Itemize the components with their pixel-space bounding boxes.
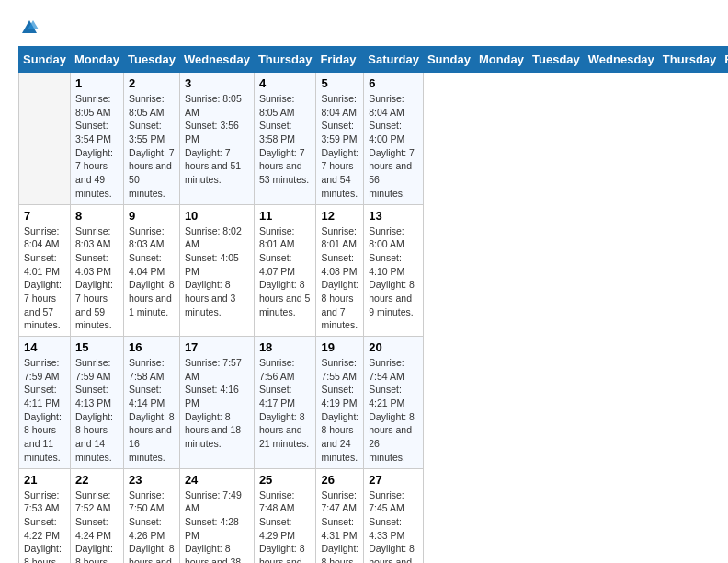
calendar-cell: 2 Sunrise: 8:05 AMSunset: 3:55 PMDayligh…: [124, 73, 180, 205]
calendar-cell: 12 Sunrise: 8:01 AMSunset: 4:08 PMDaylig…: [316, 204, 364, 337]
calendar-cell: 9 Sunrise: 8:03 AMSunset: 4:04 PMDayligh…: [124, 204, 180, 337]
calendar-week-row: 1 Sunrise: 8:05 AMSunset: 3:54 PMDayligh…: [19, 73, 729, 205]
day-number: 24: [185, 473, 249, 487]
calendar-week-row: 7 Sunrise: 8:04 AMSunset: 4:01 PMDayligh…: [19, 204, 729, 337]
day-number: 13: [369, 209, 418, 223]
calendar-cell: [19, 73, 71, 205]
header-sunday: Sunday: [19, 47, 71, 73]
calendar-table: SundayMondayTuesdayWednesdayThursdayFrid…: [18, 46, 728, 563]
calendar-cell: 16 Sunrise: 7:58 AMSunset: 4:14 PMDaylig…: [124, 337, 180, 469]
header-day-thursday: Thursday: [658, 47, 721, 73]
day-number: 26: [321, 473, 358, 487]
header-day-wednesday: Wednesday: [584, 47, 658, 73]
calendar-cell: 4 Sunrise: 8:05 AMSunset: 3:58 PMDayligh…: [254, 73, 316, 205]
logo-icon: [20, 18, 39, 37]
calendar-cell: 10 Sunrise: 8:02 AMSunset: 4:05 PMDaylig…: [179, 204, 254, 337]
day-number: 21: [24, 473, 65, 487]
header-day-monday: Monday: [474, 47, 528, 73]
header-day-tuesday: Tuesday: [529, 47, 585, 73]
day-info: Sunrise: 7:47 AMSunset: 4:31 PMDaylight:…: [321, 488, 358, 564]
day-info: Sunrise: 8:05 AMSunset: 3:55 PMDaylight:…: [129, 92, 175, 201]
day-number: 14: [24, 340, 65, 354]
day-info: Sunrise: 7:57 AMSunset: 4:16 PMDaylight:…: [185, 356, 249, 451]
day-info: Sunrise: 8:03 AMSunset: 4:03 PMDaylight:…: [75, 224, 119, 333]
day-number: 5: [321, 76, 358, 90]
day-info: Sunrise: 8:02 AMSunset: 4:05 PMDaylight:…: [185, 224, 249, 319]
calendar-cell: 24 Sunrise: 7:49 AMSunset: 4:28 PMDaylig…: [179, 468, 254, 563]
calendar-cell: 1 Sunrise: 8:05 AMSunset: 3:54 PMDayligh…: [70, 73, 123, 205]
calendar-cell: 15 Sunrise: 7:59 AMSunset: 4:13 PMDaylig…: [70, 337, 123, 469]
day-number: 18: [259, 340, 312, 354]
calendar-cell: 22 Sunrise: 7:52 AMSunset: 4:24 PMDaylig…: [70, 468, 123, 563]
day-info: Sunrise: 7:45 AMSunset: 4:33 PMDaylight:…: [369, 488, 418, 564]
day-info: Sunrise: 7:50 AMSunset: 4:26 PMDaylight:…: [129, 488, 175, 564]
calendar-header-row: SundayMondayTuesdayWednesdayThursdayFrid…: [19, 47, 729, 73]
day-info: Sunrise: 8:01 AMSunset: 4:08 PMDaylight:…: [321, 224, 358, 333]
day-number: 25: [259, 473, 312, 487]
day-info: Sunrise: 8:01 AMSunset: 4:07 PMDaylight:…: [259, 224, 312, 319]
day-info: Sunrise: 7:53 AMSunset: 4:22 PMDaylight:…: [24, 488, 65, 564]
day-info: Sunrise: 7:52 AMSunset: 4:24 PMDaylight:…: [75, 488, 119, 564]
calendar-cell: 18 Sunrise: 7:56 AMSunset: 4:17 PMDaylig…: [254, 337, 316, 469]
calendar-cell: 11 Sunrise: 8:01 AMSunset: 4:07 PMDaylig…: [254, 204, 316, 337]
header-friday: Friday: [316, 47, 364, 73]
calendar-cell: 5 Sunrise: 8:04 AMSunset: 3:59 PMDayligh…: [316, 73, 364, 205]
calendar-week-row: 21 Sunrise: 7:53 AMSunset: 4:22 PMDaylig…: [19, 468, 729, 563]
calendar-week-row: 14 Sunrise: 7:59 AMSunset: 4:11 PMDaylig…: [19, 337, 729, 469]
day-info: Sunrise: 8:05 AMSunset: 3:54 PMDaylight:…: [75, 92, 119, 201]
day-number: 8: [75, 209, 119, 223]
day-info: Sunrise: 7:59 AMSunset: 4:13 PMDaylight:…: [75, 356, 119, 465]
day-number: 27: [369, 473, 418, 487]
calendar-cell: 23 Sunrise: 7:50 AMSunset: 4:26 PMDaylig…: [124, 468, 180, 563]
calendar-cell: 6 Sunrise: 8:04 AMSunset: 4:00 PMDayligh…: [364, 73, 424, 205]
header-tuesday: Tuesday: [124, 47, 180, 73]
day-number: 7: [24, 209, 65, 223]
day-number: 3: [185, 76, 249, 90]
calendar-cell: 21 Sunrise: 7:53 AMSunset: 4:22 PMDaylig…: [19, 468, 71, 563]
calendar-cell: 3 Sunrise: 8:05 AMSunset: 3:56 PMDayligh…: [179, 73, 254, 205]
day-info: Sunrise: 8:05 AMSunset: 3:56 PMDaylight:…: [185, 92, 249, 187]
day-info: Sunrise: 7:55 AMSunset: 4:19 PMDaylight:…: [321, 356, 358, 465]
day-number: 11: [259, 209, 312, 223]
day-info: Sunrise: 8:04 AMSunset: 4:01 PMDaylight:…: [24, 224, 65, 333]
logo: [18, 18, 39, 37]
day-info: Sunrise: 8:03 AMSunset: 4:04 PMDaylight:…: [129, 224, 175, 319]
calendar-cell: 7 Sunrise: 8:04 AMSunset: 4:01 PMDayligh…: [19, 204, 71, 337]
day-number: 4: [259, 76, 312, 90]
header-day-friday: Friday: [721, 47, 728, 73]
day-info: Sunrise: 7:56 AMSunset: 4:17 PMDaylight:…: [259, 356, 312, 451]
day-info: Sunrise: 8:04 AMSunset: 3:59 PMDaylight:…: [321, 92, 358, 201]
day-number: 16: [129, 340, 175, 354]
calendar-cell: 13 Sunrise: 8:00 AMSunset: 4:10 PMDaylig…: [364, 204, 424, 337]
day-info: Sunrise: 7:59 AMSunset: 4:11 PMDaylight:…: [24, 356, 65, 465]
header-saturday: Saturday: [364, 47, 424, 73]
day-number: 10: [185, 209, 249, 223]
calendar-cell: 26 Sunrise: 7:47 AMSunset: 4:31 PMDaylig…: [316, 468, 364, 563]
day-number: 17: [185, 340, 249, 354]
header-day-sunday: Sunday: [423, 47, 474, 73]
calendar-cell: 19 Sunrise: 7:55 AMSunset: 4:19 PMDaylig…: [316, 337, 364, 469]
day-number: 12: [321, 209, 358, 223]
day-info: Sunrise: 8:04 AMSunset: 4:00 PMDaylight:…: [369, 92, 418, 201]
calendar-cell: 17 Sunrise: 7:57 AMSunset: 4:16 PMDaylig…: [179, 337, 254, 469]
day-number: 2: [129, 76, 175, 90]
header-thursday: Thursday: [254, 47, 316, 73]
day-number: 6: [369, 76, 418, 90]
day-info: Sunrise: 8:00 AMSunset: 4:10 PMDaylight:…: [369, 224, 418, 319]
day-number: 22: [75, 473, 119, 487]
calendar-cell: 14 Sunrise: 7:59 AMSunset: 4:11 PMDaylig…: [19, 337, 71, 469]
calendar-cell: 27 Sunrise: 7:45 AMSunset: 4:33 PMDaylig…: [364, 468, 424, 563]
day-info: Sunrise: 8:05 AMSunset: 3:58 PMDaylight:…: [259, 92, 312, 187]
day-number: 15: [75, 340, 119, 354]
day-info: Sunrise: 7:49 AMSunset: 4:28 PMDaylight:…: [185, 488, 249, 564]
calendar-cell: 20 Sunrise: 7:54 AMSunset: 4:21 PMDaylig…: [364, 337, 424, 469]
day-number: 23: [129, 473, 175, 487]
day-info: Sunrise: 7:48 AMSunset: 4:29 PMDaylight:…: [259, 488, 312, 564]
page-header: [18, 18, 710, 37]
calendar-cell: 8 Sunrise: 8:03 AMSunset: 4:03 PMDayligh…: [70, 204, 123, 337]
day-info: Sunrise: 7:54 AMSunset: 4:21 PMDaylight:…: [369, 356, 418, 465]
day-number: 20: [369, 340, 418, 354]
header-monday: Monday: [70, 47, 123, 73]
day-number: 1: [75, 76, 119, 90]
day-number: 9: [129, 209, 175, 223]
